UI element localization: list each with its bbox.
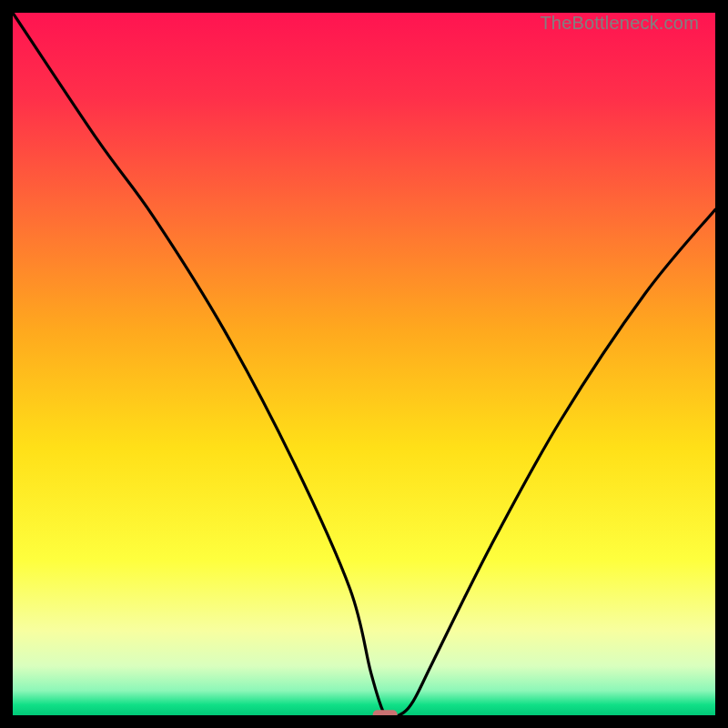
chart-frame: TheBottleneck.com <box>13 13 715 715</box>
gradient-background <box>13 13 715 715</box>
watermark-text: TheBottleneck.com <box>540 13 699 34</box>
bottleneck-plot <box>13 13 715 715</box>
optimal-marker <box>373 710 398 715</box>
